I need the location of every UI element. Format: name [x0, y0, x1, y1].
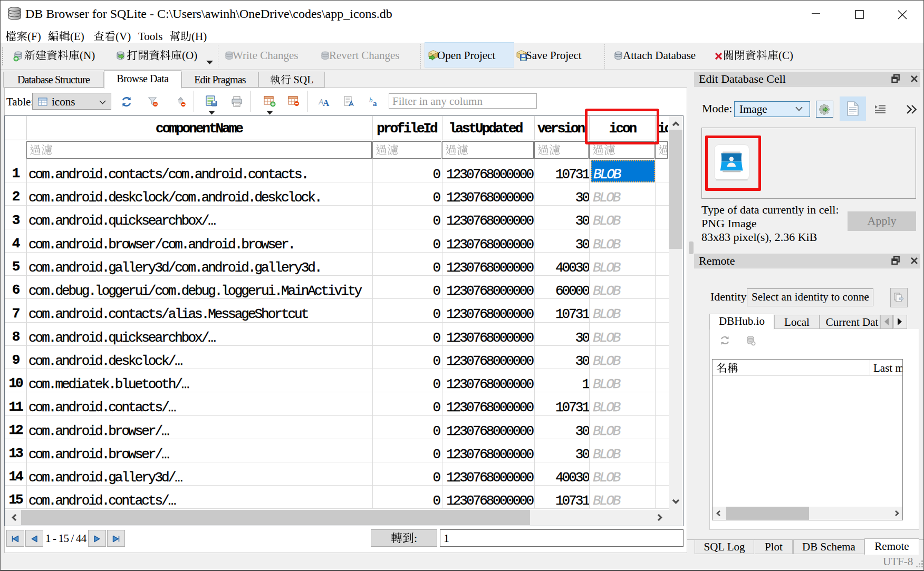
svg-text:b: b: [369, 96, 373, 104]
svg-text:A: A: [323, 98, 330, 107]
svg-text:a: a: [373, 99, 377, 107]
